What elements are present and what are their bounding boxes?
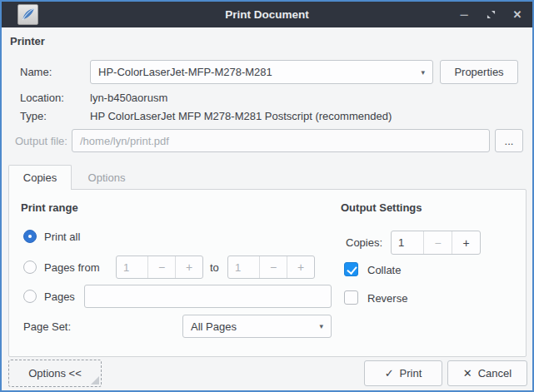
minus-icon[interactable]: − bbox=[259, 256, 287, 278]
copies-tab-panel: Print range Print all Pages from 1 − + t… bbox=[8, 189, 527, 357]
pages-from-label: Pages from bbox=[44, 261, 99, 275]
tab-copies[interactable]: Copies bbox=[8, 165, 72, 190]
print-button-label: Print bbox=[400, 367, 422, 380]
output-file-label: Output file: bbox=[15, 135, 67, 148]
maximize-icon[interactable] bbox=[484, 8, 497, 22]
copies-label: Copies: bbox=[346, 236, 382, 250]
pages-to-spinner[interactable]: 1 − + bbox=[227, 256, 315, 279]
printer-name-combo[interactable]: HP-ColorLaserJet-MFP-M278-M281 ▾ bbox=[90, 60, 433, 84]
copies-spinner[interactable]: 1 − + bbox=[391, 231, 481, 255]
type-value: HP ColorLaserJet MFP M278-M281 Postscrip… bbox=[90, 110, 392, 123]
minus-icon[interactable]: − bbox=[147, 256, 175, 278]
quill-feather-icon bbox=[20, 7, 36, 22]
reverse-label: Reverse bbox=[367, 292, 407, 305]
close-icon[interactable]: ✕ bbox=[511, 8, 524, 22]
tab-options-label: Options bbox=[88, 171, 126, 184]
plus-icon[interactable]: + bbox=[287, 256, 314, 278]
check-icon: ✓ bbox=[385, 367, 394, 380]
pages-from-radio[interactable] bbox=[23, 261, 37, 274]
page-set-value: All Pages bbox=[191, 320, 237, 333]
pages-to-value: 1 bbox=[228, 256, 259, 278]
page-set-combo[interactable]: All Pages ▾ bbox=[182, 315, 332, 338]
plus-icon[interactable]: + bbox=[175, 256, 202, 278]
properties-button[interactable]: Properties bbox=[440, 60, 518, 84]
x-icon: ✕ bbox=[463, 367, 472, 380]
options-toggle-button[interactable]: Options << bbox=[8, 360, 102, 387]
reverse-checkbox[interactable] bbox=[344, 290, 358, 305]
chevron-down-icon: ▾ bbox=[319, 322, 323, 330]
tab-options[interactable]: Options bbox=[72, 165, 142, 190]
location-value: lyn-b450aorusm bbox=[90, 92, 167, 105]
titlebar: Print Document ─ ✕ bbox=[2, 2, 532, 27]
type-label: Type: bbox=[20, 110, 47, 123]
printer-section-label: Printer bbox=[10, 35, 45, 48]
print-button[interactable]: ✓ Print bbox=[364, 360, 442, 386]
collate-checkbox[interactable] bbox=[344, 262, 358, 276]
printer-name-value: HP-ColorLaserJet-MFP-M278-M281 bbox=[98, 66, 272, 78]
cancel-button[interactable]: ✕ Cancel bbox=[447, 360, 527, 386]
collate-label: Collate bbox=[367, 264, 401, 277]
pages-from-value: 1 bbox=[117, 256, 147, 278]
browse-button-label: ... bbox=[505, 135, 514, 147]
resize-grip-icon bbox=[91, 376, 99, 385]
pages-input[interactable] bbox=[84, 285, 332, 308]
print-all-label: Print all bbox=[44, 231, 80, 244]
copies-value: 1 bbox=[392, 231, 423, 254]
application-icon bbox=[17, 4, 38, 25]
cancel-button-label: Cancel bbox=[478, 367, 512, 380]
pages-to-label: to bbox=[210, 261, 219, 275]
tab-copies-label: Copies bbox=[23, 171, 57, 184]
page-set-label: Page Set: bbox=[23, 320, 71, 334]
pages-radio[interactable] bbox=[23, 290, 37, 303]
location-label: Location: bbox=[20, 92, 64, 105]
pages-label: Pages bbox=[44, 290, 75, 304]
window-title: Print Document bbox=[2, 8, 532, 21]
output-file-value: /home/lyn/print.pdf bbox=[80, 135, 169, 147]
plus-icon[interactable]: + bbox=[452, 231, 480, 254]
print-all-radio[interactable] bbox=[23, 230, 37, 243]
browse-button[interactable]: ... bbox=[495, 129, 523, 152]
minimize-icon[interactable]: ─ bbox=[457, 8, 471, 22]
pages-from-spinner[interactable]: 1 − + bbox=[116, 256, 203, 279]
printer-name-label: Name: bbox=[20, 66, 52, 79]
output-settings-section-label: Output Settings bbox=[341, 201, 422, 215]
print-range-section-label: Print range bbox=[21, 201, 78, 215]
properties-button-label: Properties bbox=[454, 66, 503, 78]
options-toggle-label: Options << bbox=[28, 367, 82, 380]
chevron-down-icon: ▾ bbox=[421, 68, 425, 77]
output-file-input[interactable]: /home/lyn/print.pdf bbox=[72, 129, 490, 152]
minus-icon[interactable]: − bbox=[423, 231, 452, 254]
print-dialog-window: Print Document ─ ✕ Printer Name: HP-Colo… bbox=[0, 0, 534, 392]
